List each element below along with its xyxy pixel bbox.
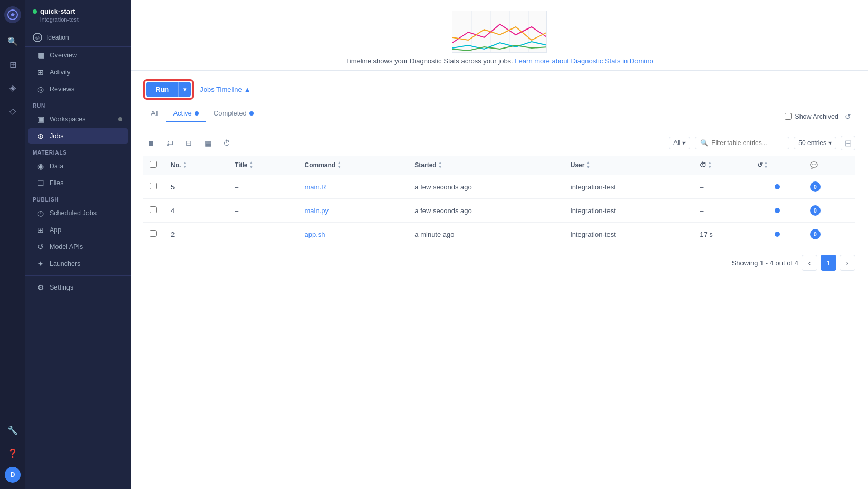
run-button-wrapper: Run ▾ <box>143 79 194 100</box>
jobs-icon: ⊛ <box>36 132 45 140</box>
page-1-button[interactable]: 1 <box>821 255 836 271</box>
main-content: Timeline shows your Diagnostic Stats acr… <box>131 0 868 489</box>
col-duration[interactable]: ⏱ ▲▼ <box>700 161 744 169</box>
next-page-button[interactable]: › <box>840 255 855 271</box>
project-subtitle: integration-test <box>33 16 123 23</box>
files-icon: ☐ <box>36 179 45 187</box>
tab-all[interactable]: All <box>143 105 166 122</box>
cell-command[interactable]: main.py <box>298 199 409 223</box>
rail-wrench-icon[interactable]: 🔧 <box>3 420 22 439</box>
cell-command[interactable]: main.R <box>298 175 409 199</box>
cell-user: integration-test <box>564 175 693 199</box>
sidebar-item-data[interactable]: ◉ Data <box>28 158 128 174</box>
col-title[interactable]: Title ▲▼ <box>235 161 292 169</box>
overview-icon: ▦ <box>36 51 45 60</box>
chart-info-text: Timeline shows your Diagnostic Stats acr… <box>345 57 653 65</box>
jobs-timeline-button[interactable]: Jobs Timeline ▲ <box>200 85 250 93</box>
pagination-text: Showing 1 - 4 out of 4 <box>732 259 798 267</box>
chart-learn-more-link[interactable]: Learn more about Diagnostic Stats in Dom… <box>515 57 653 65</box>
model-apis-icon: ↺ <box>36 243 45 251</box>
table-row: 4 – main.py a few seconds ago integratio… <box>143 199 855 223</box>
col-user[interactable]: User ▲▼ <box>571 161 687 169</box>
tag-icon[interactable]: 🏷 <box>162 136 177 150</box>
entries-select[interactable]: 50 entries ▾ <box>794 137 836 149</box>
sidebar-item-overview[interactable]: ▦ Overview <box>28 47 128 63</box>
row-checkbox[interactable] <box>150 230 157 237</box>
columns-icon[interactable]: ▦ <box>200 136 215 150</box>
tab-completed[interactable]: Completed <box>206 105 261 122</box>
sidebar-item-launchers[interactable]: ✦ Launchers <box>28 256 128 272</box>
chevron-down-icon: ▾ <box>828 139 832 147</box>
cell-comments: 0 <box>804 199 855 223</box>
launchers-icon: ✦ <box>36 260 45 268</box>
rail-tag-icon[interactable]: ◇ <box>3 101 22 120</box>
compare-icon[interactable]: ⊟ <box>181 136 196 150</box>
search-icon: 🔍 <box>700 139 708 147</box>
cell-no: 5 <box>165 175 228 199</box>
table-row: 2 – app.sh a minute ago integration-test… <box>143 223 855 246</box>
clock-icon[interactable]: ⏱ <box>219 136 234 150</box>
cell-duration: – <box>693 199 750 223</box>
sidebar-item-label: Overview <box>50 52 77 59</box>
rail-grid-icon[interactable]: ⊞ <box>3 55 22 74</box>
cell-status <box>751 223 804 246</box>
sidebar-item-files[interactable]: ☐ Files <box>28 175 128 191</box>
sidebar-item-ideation[interactable]: ◎ Ideation <box>25 28 131 47</box>
tab-active[interactable]: Active <box>166 105 206 122</box>
stop-icon[interactable]: ⏹ <box>143 136 158 150</box>
sidebar-item-model-apis[interactable]: ↺ Model APIs <box>28 239 128 255</box>
rail-layers-icon[interactable]: ◈ <box>3 78 22 97</box>
cell-title: – <box>228 223 298 246</box>
filter-table-input[interactable] <box>711 139 784 147</box>
filter-input-wrapper: 🔍 <box>695 137 789 149</box>
section-label-publish: PUBLISH <box>25 191 131 205</box>
workspaces-icon: ▣ <box>36 115 45 123</box>
cell-title: – <box>228 199 298 223</box>
ideation-icon: ◎ <box>33 33 42 42</box>
rail-home-icon[interactable]: 🔍 <box>3 32 22 51</box>
col-command[interactable]: Command ▲▼ <box>305 161 402 169</box>
cell-status <box>751 175 804 199</box>
cell-status <box>751 199 804 223</box>
col-comments[interactable]: 💬 <box>810 161 849 169</box>
cell-no: 4 <box>165 199 228 223</box>
prev-page-button[interactable]: ‹ <box>802 255 817 271</box>
pagination: Showing 1 - 4 out of 4 ‹ 1 › <box>143 246 855 279</box>
rail-help-icon[interactable]: ❓ <box>3 444 22 463</box>
data-icon: ◉ <box>36 162 45 170</box>
chevron-up-icon: ▲ <box>244 85 251 93</box>
app-icon: ⊞ <box>36 226 45 234</box>
sidebar-item-activity[interactable]: ⊞ Activity <box>28 64 128 80</box>
sidebar-item-settings[interactable]: ⚙ Settings <box>28 280 128 295</box>
select-all-checkbox[interactable] <box>150 161 157 168</box>
run-button[interactable]: Run <box>146 82 178 97</box>
view-toggle-button[interactable]: ⊟ <box>841 136 855 150</box>
sidebar-item-label: Workspaces <box>50 116 86 123</box>
col-started[interactable]: Started ▲▼ <box>414 161 557 169</box>
sidebar-item-jobs[interactable]: ⊛ Jobs <box>28 128 128 144</box>
scheduled-jobs-icon: ◷ <box>36 209 45 217</box>
sidebar-item-label: Settings <box>50 284 73 291</box>
completed-tab-dot <box>249 111 254 116</box>
refresh-icon[interactable]: ↺ <box>845 112 851 121</box>
sidebar-item-label: Data <box>50 162 63 170</box>
cell-command[interactable]: app.sh <box>298 223 409 246</box>
run-dropdown-button[interactable]: ▾ <box>178 82 191 97</box>
sidebar-item-workspaces[interactable]: ▣ Workspaces <box>28 111 128 127</box>
show-archived-checkbox[interactable] <box>785 113 792 120</box>
active-tab-dot <box>195 111 199 116</box>
rail-user-icon[interactable]: D <box>5 467 21 483</box>
sidebar-item-label: App <box>50 226 61 234</box>
app-logo[interactable] <box>4 6 21 23</box>
cell-no: 2 <box>165 223 228 246</box>
sidebar-item-reviews[interactable]: ◎ Reviews <box>28 81 128 97</box>
sidebar-item-scheduled-jobs[interactable]: ◷ Scheduled Jobs <box>28 205 128 221</box>
sidebar-item-label: Jobs <box>50 132 63 140</box>
sidebar-item-app[interactable]: ⊞ App <box>28 222 128 238</box>
col-status[interactable]: ↺ ▲▼ <box>757 161 797 169</box>
filter-all-select[interactable]: All ▾ <box>669 137 690 149</box>
col-no[interactable]: No. ▲▼ <box>171 161 222 169</box>
row-checkbox[interactable] <box>150 183 157 189</box>
row-checkbox[interactable] <box>150 206 157 213</box>
jobs-area: Run ▾ Jobs Timeline ▲ All Active Complet… <box>131 71 868 489</box>
